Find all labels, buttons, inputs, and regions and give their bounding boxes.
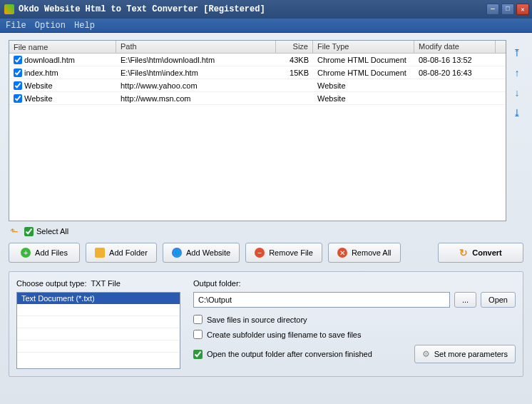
header-size[interactable]: Size xyxy=(276,41,313,53)
header-filename[interactable]: File name xyxy=(9,41,116,53)
save-source-checkbox[interactable]: Save files in source directory xyxy=(193,315,516,324)
header-path[interactable]: Path xyxy=(116,41,276,53)
add-folder-button[interactable]: Add Folder xyxy=(86,243,157,263)
cell-filename: Website xyxy=(24,81,53,90)
cell-type: Chrome HTML Document xyxy=(313,55,414,65)
list-item-blank xyxy=(17,328,180,340)
output-folder-row: ... Open xyxy=(193,292,516,308)
choose-output-type-label: Choose output type: TXT File xyxy=(16,279,180,288)
table-row[interactable]: index.htm E:\Files\htm\index.htm 15KB Ch… xyxy=(9,66,506,79)
open-folder-button[interactable]: Open xyxy=(481,292,516,308)
reorder-buttons: ⤒ ↑ ↓ ⤓ xyxy=(511,40,523,221)
cell-date xyxy=(414,85,496,86)
window-controls: — □ ✕ xyxy=(486,4,529,15)
maximize-button[interactable]: □ xyxy=(501,4,514,15)
menubar: File Option Help xyxy=(0,19,532,33)
cell-date xyxy=(414,98,496,99)
open-after-checkbox[interactable]: Open the output folder after conversion … xyxy=(193,350,372,359)
move-top-icon[interactable]: ⤒ xyxy=(511,47,523,59)
cell-size xyxy=(276,85,313,86)
cell-date: 08-08-20 16:43 xyxy=(414,68,496,78)
create-subfolder-checkbox[interactable]: Create subfolder using filename to save … xyxy=(193,330,516,339)
output-folder-label: Output folder: xyxy=(193,279,516,288)
minimize-button[interactable]: — xyxy=(486,4,499,15)
move-bottom-icon[interactable]: ⤓ xyxy=(511,107,523,118)
cell-path: http://www.yahoo.com xyxy=(116,81,276,91)
row-checkbox[interactable] xyxy=(14,94,22,103)
toolbar: +Add Files Add Folder 🌐Add Website −Remo… xyxy=(9,243,523,263)
window-title: Okdo Website Html to Text Converter [Reg… xyxy=(19,4,486,14)
more-parameters-button[interactable]: ⚙ Set more parameters xyxy=(414,345,516,363)
cell-date: 08-08-16 13:52 xyxy=(414,55,496,65)
header-filetype[interactable]: File Type xyxy=(313,41,414,53)
gear-icon: ⚙ xyxy=(422,349,430,359)
cell-type: Website xyxy=(313,81,414,91)
remove-file-button[interactable]: −Remove File xyxy=(245,243,322,263)
close-button[interactable]: ✕ xyxy=(516,4,529,15)
table-row[interactable]: downloadl.htm E:\Files\htm\downloadl.htm… xyxy=(9,54,506,66)
convert-icon xyxy=(459,248,468,258)
row-checkbox[interactable] xyxy=(14,69,22,77)
select-all-row: ⬑ Select All xyxy=(9,221,523,241)
up-folder-icon[interactable]: ⬑ xyxy=(10,226,19,237)
file-table: File name Path Size File Type Modify dat… xyxy=(9,40,506,221)
table-body: downloadl.htm E:\Files\htm\downloadl.htm… xyxy=(9,54,506,221)
select-all-checkbox[interactable]: Select All xyxy=(24,227,68,236)
cell-type: Website xyxy=(313,94,414,103)
output-type-list[interactable]: Text Document (*.txt) xyxy=(16,292,180,369)
add-files-button[interactable]: +Add Files xyxy=(9,243,80,263)
cell-size: 43KB xyxy=(276,55,313,65)
row-checkbox[interactable] xyxy=(14,81,22,90)
browse-button[interactable]: ... xyxy=(454,292,476,308)
app-icon xyxy=(4,4,14,14)
row-checkbox[interactable] xyxy=(14,56,22,64)
list-item[interactable]: Text Document (*.txt) xyxy=(17,293,180,304)
cell-filename: index.htm xyxy=(24,69,58,77)
move-up-icon[interactable]: ↑ xyxy=(511,67,523,79)
remove-all-button[interactable]: ✕Remove All xyxy=(328,243,401,263)
select-all-input[interactable] xyxy=(24,227,34,236)
plus-icon: + xyxy=(21,248,31,258)
save-source-input[interactable] xyxy=(193,315,203,324)
menu-help[interactable]: Help xyxy=(74,21,95,31)
output-folder-section: Output folder: ... Open Save files in so… xyxy=(193,279,516,369)
list-item-blank xyxy=(17,316,180,328)
open-after-input[interactable] xyxy=(193,350,203,359)
cell-filename: downloadl.htm xyxy=(24,56,75,64)
output-type-section: Choose output type: TXT File Text Docume… xyxy=(16,279,180,369)
table-header: File name Path Size File Type Modify dat… xyxy=(9,41,506,54)
output-type-value: TXT File xyxy=(91,279,120,288)
select-all-label: Select All xyxy=(36,227,68,236)
output-panel: Choose output type: TXT File Text Docume… xyxy=(9,271,523,377)
x-icon: ✕ xyxy=(337,248,347,258)
output-folder-input[interactable] xyxy=(193,292,450,308)
cell-filename: Website xyxy=(24,94,53,103)
cell-path: E:\Files\htm\downloadl.htm xyxy=(116,55,276,65)
menu-file[interactable]: File xyxy=(6,21,26,31)
create-subfolder-input[interactable] xyxy=(193,330,203,339)
header-date[interactable]: Modify date xyxy=(414,41,496,53)
globe-icon: 🌐 xyxy=(172,248,182,258)
main-panel: File name Path Size File Type Modify dat… xyxy=(0,33,532,404)
list-item-blank xyxy=(17,340,180,353)
file-area: File name Path Size File Type Modify dat… xyxy=(9,40,523,221)
minus-icon: − xyxy=(255,248,265,258)
cell-size: 15KB xyxy=(276,68,313,78)
cell-path: E:\Files\htm\index.htm xyxy=(116,68,276,78)
cell-size xyxy=(276,98,313,99)
table-row[interactable]: Website http://www.yahoo.com Website xyxy=(9,79,506,92)
move-down-icon[interactable]: ↓ xyxy=(511,87,523,99)
cell-path: http://www.msn.com xyxy=(116,94,276,103)
cell-type: Chrome HTML Document xyxy=(313,68,414,78)
convert-button[interactable]: Convert xyxy=(438,243,523,263)
menu-option[interactable]: Option xyxy=(35,21,66,31)
list-item-blank xyxy=(17,304,180,316)
table-row[interactable]: Website http://www.msn.com Website xyxy=(9,92,506,105)
folder-icon xyxy=(95,248,105,258)
titlebar: Okdo Website Html to Text Converter [Reg… xyxy=(0,0,532,19)
add-website-button[interactable]: 🌐Add Website xyxy=(163,243,240,263)
